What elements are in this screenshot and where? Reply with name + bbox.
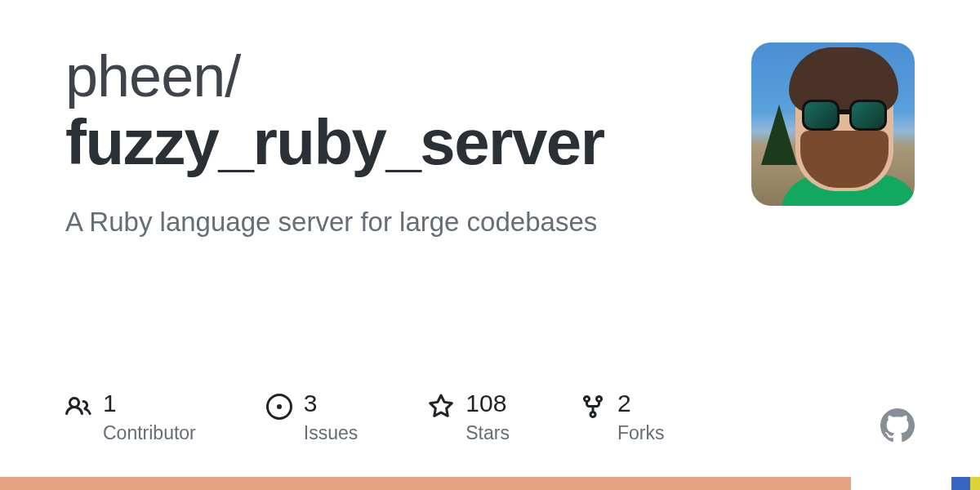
owner-name: pheen	[65, 43, 225, 109]
forks-value: 2	[617, 391, 665, 416]
people-icon	[65, 394, 91, 420]
stars-label: Stars	[466, 422, 510, 444]
stat-issues[interactable]: 3 Issues	[266, 391, 358, 444]
stat-forks[interactable]: 2 Forks	[580, 391, 665, 444]
repo-owner[interactable]: pheen/	[65, 46, 751, 108]
stats-row: 1 Contributor 3 Issues 108 Stars	[65, 391, 915, 490]
contributors-label: Contributor	[103, 422, 196, 444]
language-segment	[970, 477, 980, 490]
fork-icon	[580, 394, 606, 420]
github-logo-icon[interactable]	[880, 408, 915, 443]
language-segment	[951, 477, 970, 490]
stars-value: 108	[466, 391, 510, 416]
language-stripe	[0, 477, 980, 490]
owner-slash: /	[225, 43, 240, 109]
repo-title-block: pheen/ fuzzy_ruby_server A Ruby language…	[65, 42, 751, 240]
avatar[interactable]	[751, 42, 915, 206]
repo-name[interactable]: fuzzy_ruby_server	[65, 109, 751, 176]
forks-label: Forks	[617, 422, 665, 444]
stat-stars[interactable]: 108 Stars	[428, 391, 510, 444]
issues-value: 3	[304, 391, 358, 416]
language-segment	[851, 477, 952, 490]
stat-contributors[interactable]: 1 Contributor	[65, 391, 196, 444]
repo-description: A Ruby language server for large codebas…	[65, 205, 751, 240]
contributors-value: 1	[103, 391, 196, 416]
star-icon	[428, 394, 454, 420]
issue-icon	[266, 394, 292, 420]
issues-label: Issues	[304, 422, 358, 444]
language-segment	[0, 477, 851, 490]
